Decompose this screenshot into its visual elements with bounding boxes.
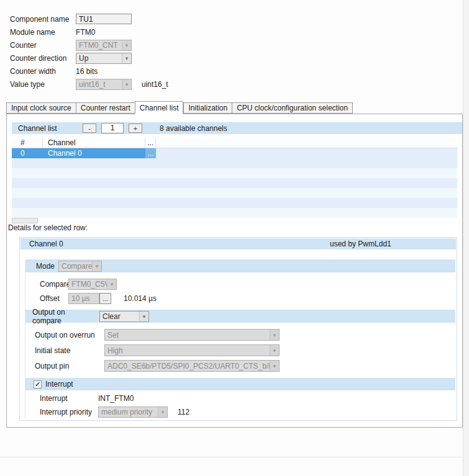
output-on-compare-group-bar: Output on compare Clear ▾ bbox=[25, 310, 455, 323]
counter-direction-select[interactable]: Up ▾ bbox=[76, 53, 132, 64]
table-row-empty[interactable] bbox=[12, 188, 457, 198]
output-on-overrun-label: Output on overrun bbox=[35, 331, 104, 339]
chevron-down-icon: ▾ bbox=[270, 361, 279, 371]
value-type-row: Value type uint16_t ▾ uint16_t bbox=[10, 79, 277, 89]
compare-row: Compare FTM0_C5V ▾ bbox=[25, 277, 455, 290]
initial-state-select[interactable]: High ▾ bbox=[104, 344, 280, 356]
initial-state-value: High bbox=[107, 346, 270, 355]
offset-input[interactable]: 10 µs bbox=[68, 293, 99, 304]
tab-counter-restart[interactable]: Counter restart bbox=[76, 102, 135, 114]
channel-details-groups: Mode Compare ▾ Compare FTM0_C5V ▾ Offset bbox=[25, 259, 455, 418]
cell-channel: Channel 0 bbox=[43, 148, 145, 158]
output-pin-label: Output pin bbox=[35, 362, 104, 370]
interrupt-group-bar: ✓ Interrupt bbox=[25, 378, 455, 390]
channel-details-header-bar: Channel 0 used by PwmLdd1 bbox=[20, 238, 456, 249]
mode-label: Mode bbox=[36, 262, 55, 271]
output-pin-row: Output pin ADC0_SE6b/PTD5/SPI0_PCS2/UART… bbox=[25, 359, 455, 373]
cell-more-button[interactable]: ... bbox=[145, 148, 156, 158]
tab-initialization[interactable]: Initialization bbox=[183, 102, 232, 114]
counter-row: Counter FTM0_CNT ▾ bbox=[10, 40, 277, 50]
tab-input-clock-source[interactable]: Input clock source bbox=[6, 102, 76, 114]
counter-width-row: Counter width 16 bits bbox=[10, 66, 277, 76]
counter-direction-value: Up bbox=[79, 54, 122, 63]
channel-list-panel: Channel list - 1 + 8 available channels … bbox=[6, 114, 463, 428]
component-inspector: Component name Module name FTM0 Counter … bbox=[0, 0, 469, 476]
channel-list-header-bar: Channel list - 1 + 8 available channels bbox=[12, 122, 462, 134]
output-on-overrun-select[interactable]: Set ▾ bbox=[104, 329, 280, 341]
available-channels-text: 8 available channels bbox=[160, 124, 227, 133]
chevron-down-icon: ▾ bbox=[270, 330, 279, 340]
cell-number: 0 bbox=[12, 148, 43, 158]
mode-select[interactable]: Compare ▾ bbox=[58, 261, 102, 272]
tab-bar: Input clock source Counter restart Chann… bbox=[6, 101, 353, 114]
component-name-label: Component name bbox=[10, 15, 76, 24]
tab-cpu-clock-configuration-selection[interactable]: CPU clock/configuration selection bbox=[232, 102, 353, 114]
channel-table: # Channel ... 0 Channel 0 ... bbox=[12, 138, 457, 218]
chevron-down-icon: ▾ bbox=[122, 79, 131, 89]
output-on-compare-value: Clear bbox=[102, 312, 139, 321]
channel-details-panel: Channel 0 used by PwmLdd1 Mode Compare ▾… bbox=[19, 237, 457, 421]
chevron-down-icon: ▾ bbox=[122, 53, 131, 63]
mode-select-value: Compare bbox=[61, 262, 92, 271]
used-by-text: used by PwmLdd1 bbox=[330, 240, 391, 248]
tab-label: CPU clock/configuration selection bbox=[237, 104, 348, 112]
vertical-scrollbar[interactable] bbox=[463, 0, 469, 476]
output-on-compare-label: Output on compare bbox=[32, 308, 94, 325]
offset-row: Offset 10 µs ... 10.014 µs bbox=[25, 292, 455, 305]
output-pin-select[interactable]: ADC0_SE6b/PTD5/SPI0_PCS2/UART0_CTS_b/FTM… bbox=[104, 360, 280, 372]
column-header-number[interactable]: # bbox=[12, 138, 43, 148]
output-on-overrun-value: Set bbox=[107, 331, 270, 339]
component-name-input[interactable] bbox=[76, 14, 132, 24]
channel-count-input[interactable]: 1 bbox=[101, 123, 124, 133]
column-header-more[interactable]: ... bbox=[145, 138, 156, 148]
compare-select[interactable]: FTM0_C5V ▾ bbox=[68, 279, 117, 290]
channel-table-header: # Channel ... bbox=[12, 138, 457, 148]
chevron-down-icon: ▾ bbox=[139, 312, 148, 321]
chevron-down-icon: ▾ bbox=[92, 261, 101, 271]
column-header-channel[interactable]: Channel bbox=[43, 138, 145, 148]
interrupt-priority-label: Interrupt priority bbox=[40, 408, 98, 416]
counter-label: Counter bbox=[10, 41, 76, 50]
remove-channel-button[interactable]: - bbox=[83, 123, 96, 133]
output-pin-value: ADC0_SE6b/PTD5/SPI0_PCS2/UART0_CTS_b/FTM… bbox=[107, 362, 270, 370]
interrupt-priority-select[interactable]: medium priority ▾ bbox=[98, 406, 168, 418]
output-on-compare-select[interactable]: Clear ▾ bbox=[99, 311, 149, 322]
check-icon: ✓ bbox=[35, 381, 40, 387]
interrupt-checkbox[interactable]: ✓ bbox=[34, 380, 42, 388]
interrupt-group-label: Interrupt bbox=[45, 380, 73, 388]
tab-label: Input clock source bbox=[11, 104, 71, 112]
interrupt-priority-row: Interrupt priority medium priority ▾ 112 bbox=[25, 405, 455, 418]
value-type-label: Value type bbox=[10, 80, 76, 89]
table-scrollbar-stub[interactable] bbox=[12, 218, 38, 223]
compare-select-value: FTM0_C5V bbox=[71, 280, 107, 289]
mode-group-bar: Mode Compare ▾ bbox=[25, 259, 455, 272]
component-name-row: Component name bbox=[10, 14, 277, 24]
details-caption: Details for selected row: bbox=[8, 223, 88, 232]
chevron-down-icon: ▾ bbox=[158, 407, 167, 417]
tab-label: Initialization bbox=[188, 104, 227, 112]
chevron-down-icon: ▾ bbox=[107, 279, 116, 289]
tab-channel-list[interactable]: Channel list bbox=[135, 101, 184, 114]
cell-filler bbox=[156, 148, 457, 158]
value-type-select[interactable]: uint16_t ▾ bbox=[76, 79, 132, 90]
table-row-channel-0[interactable]: 0 Channel 0 ... bbox=[12, 148, 457, 158]
table-row-empty[interactable] bbox=[12, 208, 457, 218]
tab-label: Channel list bbox=[140, 104, 179, 112]
table-row-empty[interactable] bbox=[12, 168, 457, 178]
table-row-empty[interactable] bbox=[12, 198, 457, 208]
tab-label: Counter restart bbox=[81, 104, 130, 112]
counter-select[interactable]: FTM0_CNT ▾ bbox=[76, 40, 132, 51]
counter-width-label: Counter width bbox=[10, 67, 76, 76]
module-name-label: Module name bbox=[10, 28, 76, 37]
counter-width-value: 16 bits bbox=[76, 67, 98, 76]
counter-direction-row: Counter direction Up ▾ bbox=[10, 53, 277, 63]
add-channel-button[interactable]: + bbox=[129, 123, 142, 133]
counter-direction-label: Counter direction bbox=[10, 54, 76, 63]
chevron-down-icon: ▾ bbox=[270, 345, 279, 356]
table-row-empty[interactable] bbox=[12, 178, 457, 188]
interrupt-priority-number: 112 bbox=[178, 408, 189, 416]
interrupt-row: Interrupt INT_FTM0 bbox=[25, 393, 455, 404]
table-row-empty[interactable] bbox=[12, 158, 457, 168]
chevron-down-icon: ▾ bbox=[122, 40, 131, 50]
offset-browse-button[interactable]: ... bbox=[99, 293, 111, 304]
